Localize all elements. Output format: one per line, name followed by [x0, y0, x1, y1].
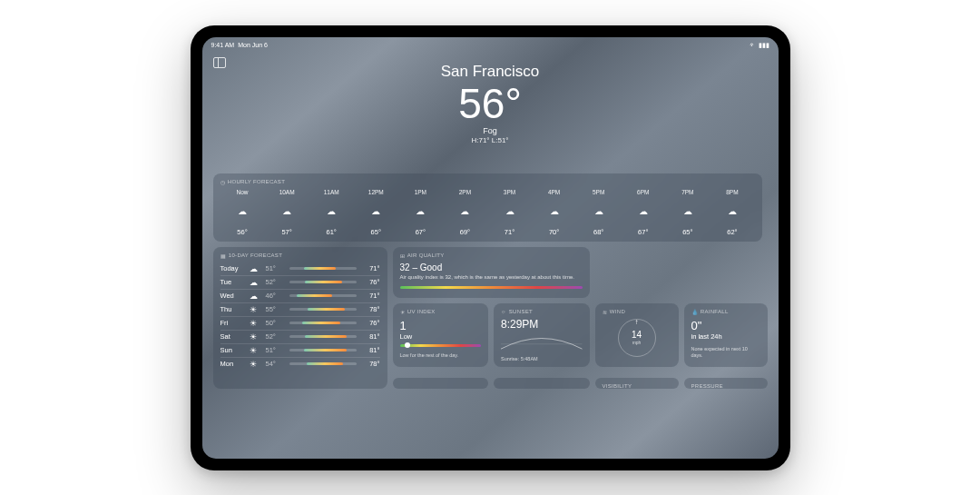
- status-bar: 9:41 AM Mon Jun 6 ᯤ ▮▮▮: [202, 37, 779, 54]
- hour-label: Now: [237, 189, 249, 195]
- cloud-icon: ☁︎: [728, 206, 737, 216]
- day-row[interactable]: Tue☁︎52°76°: [220, 275, 380, 289]
- day-low: 51°: [266, 346, 286, 354]
- aq-title: AIR QUALITY: [407, 252, 445, 258]
- hour-label: 11AM: [324, 189, 339, 195]
- uv-note: Low for the rest of the day.: [400, 352, 482, 359]
- sidebar-toggle-button[interactable]: [213, 57, 226, 68]
- hour-temp: 67°: [638, 228, 648, 236]
- uv-scale-bar: [400, 344, 482, 347]
- weather-icon: ☀︎: [250, 305, 266, 314]
- sunrise-label: Sunrise: 5:48AM: [501, 356, 583, 362]
- humidity-stub[interactable]: [494, 378, 590, 389]
- day-label: Tue: [220, 278, 250, 286]
- visibility-title: VISIBILITY: [603, 383, 632, 389]
- cloud-icon: ☁︎: [460, 206, 469, 216]
- day-low: 52°: [266, 278, 286, 286]
- day-label: Sat: [220, 332, 250, 341]
- day-row[interactable]: Thu☀︎55°78°: [220, 302, 380, 316]
- aq-value: 32 – Good: [400, 262, 583, 272]
- day-high: 76°: [360, 319, 380, 327]
- wind-card[interactable]: ≋WIND ↑ 14 mph: [595, 303, 679, 367]
- day-label: Wed: [220, 292, 250, 300]
- tenday-list: Today☁︎51°71°Tue☁︎52°76°Wed☁︎46°71°Thu☀︎…: [220, 262, 380, 371]
- cloud-icon: ☁︎: [416, 206, 425, 216]
- hour-temp: 65°: [682, 228, 692, 236]
- uv-level: Low: [400, 332, 482, 341]
- day-label: Fri: [220, 319, 250, 327]
- current-temperature: 56°: [202, 83, 779, 124]
- rainfall-card[interactable]: 💧RAINFALL 0" in last 24h None expected i…: [684, 303, 768, 367]
- hourly-column: 5PM☁︎68°: [576, 189, 621, 236]
- hour-temp: 62°: [727, 228, 737, 236]
- weather-icon: ☁︎: [250, 278, 266, 287]
- cloud-icon: ☁︎: [371, 206, 380, 216]
- day-label: Mon: [220, 360, 250, 368]
- cloud-icon: ☁︎: [505, 206, 514, 216]
- sunset-icon: ☼: [501, 309, 506, 314]
- weather-icon: ☀︎: [250, 346, 266, 355]
- hourly-forecast-card[interactable]: ◷HOURLY FORECAST Now☁︎56°10AM☁︎57°11AM☁︎…: [213, 173, 762, 242]
- hourly-track[interactable]: Now☁︎56°10AM☁︎57°11AM☁︎61°12PM☁︎65°1PM☁︎…: [220, 189, 755, 236]
- hour-temp: 71°: [505, 228, 514, 236]
- day-low: 54°: [266, 360, 286, 368]
- day-label: Thu: [220, 305, 250, 313]
- day-row[interactable]: Wed☁︎46°71°: [220, 289, 380, 302]
- sunset-title: SUNSET: [509, 309, 533, 314]
- rain-period: in last 24h: [691, 332, 760, 341]
- hourly-column: 7PM☁︎65°: [665, 189, 710, 236]
- ten-day-forecast-card[interactable]: ▦10-DAY FORECAST Today☁︎51°71°Tue☁︎52°76…: [213, 247, 387, 389]
- weather-icon: ☀︎: [250, 332, 266, 342]
- cloud-icon: ☁︎: [238, 206, 247, 216]
- drop-icon: 💧: [691, 309, 698, 315]
- temp-range-bar: [289, 322, 357, 324]
- day-row[interactable]: Mon☀︎54°78°: [220, 357, 380, 371]
- hour-label: 3PM: [504, 189, 515, 195]
- day-low: 51°: [266, 264, 286, 272]
- day-low: 50°: [266, 319, 286, 327]
- sunset-card[interactable]: ☼SUNSET 8:29PM Sunrise: 5:48AM: [494, 303, 590, 367]
- cloud-icon: ☁︎: [683, 206, 692, 216]
- hour-label: 8PM: [726, 189, 738, 195]
- day-row[interactable]: Fri☀︎50°76°: [220, 316, 380, 330]
- day-high: 76°: [360, 278, 380, 286]
- day-high: 78°: [360, 360, 380, 368]
- weather-app-screen: 9:41 AM Mon Jun 6 ᯤ ▮▮▮ San Francisco 56…: [202, 37, 779, 459]
- battery-icon: ▮▮▮: [759, 42, 769, 49]
- hourly-column: 2PM☁︎69°: [443, 189, 487, 236]
- uv-index-card[interactable]: ☀UV INDEX 1 Low Low for the rest of the …: [393, 303, 489, 367]
- day-row[interactable]: Today☁︎51°71°: [220, 262, 380, 275]
- day-high: 81°: [360, 346, 380, 354]
- weather-icon: ☁︎: [250, 264, 266, 273]
- hour-temp: 65°: [371, 228, 381, 236]
- rain-title: RAINFALL: [701, 309, 729, 314]
- wind-speed: 14: [632, 331, 642, 340]
- temp-range-bar: [289, 308, 357, 311]
- sunset-curve: [501, 334, 583, 351]
- wind-icon: ≋: [603, 309, 607, 315]
- air-quality-card[interactable]: ⊞AIR QUALITY 32 – Good Air quality index…: [393, 247, 590, 298]
- day-high: 81°: [360, 332, 380, 341]
- feels-like-stub[interactable]: [393, 378, 489, 389]
- aq-description: Air quality index is 32, which is the sa…: [400, 274, 583, 282]
- temp-range-bar: [289, 362, 357, 365]
- day-high: 78°: [360, 305, 380, 313]
- cloud-icon: ☁︎: [550, 206, 559, 216]
- day-row[interactable]: Sun☀︎51°81°: [220, 343, 380, 357]
- hourly-column: 6PM☁︎67°: [621, 189, 665, 236]
- hourly-column: 12PM☁︎65°: [354, 189, 398, 236]
- sun-icon: ☀: [400, 309, 405, 315]
- pressure-stub[interactable]: PRESSURE: [684, 378, 768, 389]
- day-row[interactable]: Sat☀︎52°81°: [220, 330, 380, 343]
- day-high: 71°: [360, 264, 380, 272]
- sunset-time: 8:29PM: [501, 318, 583, 331]
- hour-temp: 70°: [549, 228, 559, 236]
- pressure-title: PRESSURE: [691, 383, 723, 389]
- day-low: 46°: [266, 292, 286, 300]
- tenday-title: 10-DAY FORECAST: [229, 252, 282, 258]
- visibility-stub[interactable]: VISIBILITY: [595, 378, 679, 389]
- day-label: Today: [220, 264, 250, 272]
- weather-icon: ☀︎: [250, 360, 266, 369]
- hourly-column: 4PM☁︎70°: [532, 189, 576, 236]
- temp-range-bar: [289, 335, 357, 338]
